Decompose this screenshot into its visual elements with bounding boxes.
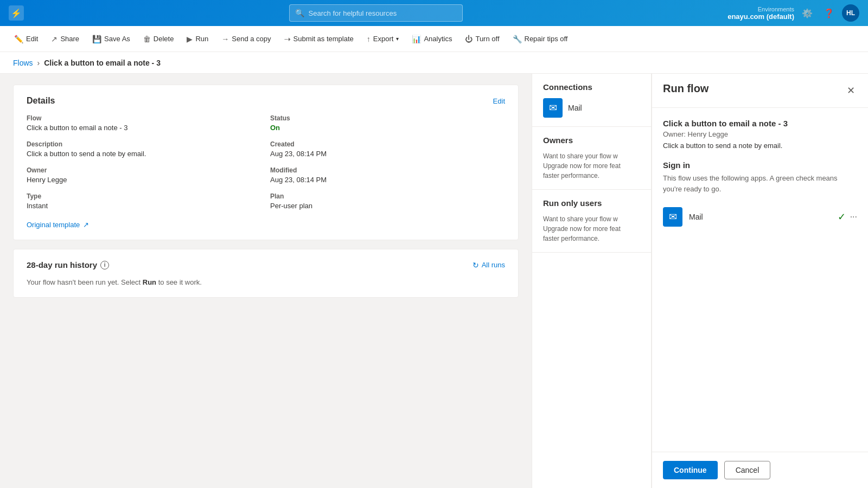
all-runs-button[interactable]: ↻ All runs bbox=[473, 261, 505, 269]
mail-row-icon: ✉ bbox=[663, 207, 682, 227]
side-panels: Connections ✉ Mail Owners Want to share … bbox=[532, 74, 651, 488]
info-icon[interactable]: i bbox=[100, 261, 109, 269]
connections-panel: Connections ✉ Mail bbox=[532, 74, 651, 127]
analytics-icon: 📊 bbox=[412, 35, 421, 43]
app-logo-icon: ⚡ bbox=[9, 5, 24, 21]
run-flow-title: Run flow bbox=[663, 82, 709, 95]
mail-connection: ✉ Mail bbox=[543, 98, 640, 118]
owner-detail: Owner Henry Legge bbox=[27, 166, 261, 184]
repair-tips-button[interactable]: 🔧 Repair tips off bbox=[507, 31, 573, 47]
cancel-button[interactable]: Cancel bbox=[724, 461, 771, 479]
top-right-controls: Environments enayu.com (default) ⚙️ ❓ HL bbox=[727, 4, 859, 22]
mail-conn-name: Mail bbox=[568, 104, 582, 112]
sign-in-title: Sign in bbox=[663, 160, 857, 170]
settings-icon[interactable]: ⚙️ bbox=[799, 4, 816, 22]
avatar[interactable]: HL bbox=[842, 4, 859, 22]
run-history-title: 28-day run history i bbox=[27, 260, 109, 269]
run-only-users-panel: Run only users Want to share your flow w… bbox=[532, 190, 651, 253]
details-grid: Flow Click a button to email a note - 3 … bbox=[27, 114, 505, 210]
help-icon[interactable]: ❓ bbox=[820, 4, 838, 22]
mail-connection-row: ✉ Mail ✓ ··· bbox=[663, 203, 857, 231]
delete-icon: 🗑 bbox=[143, 35, 151, 43]
original-template-link[interactable]: Original template ↗ bbox=[27, 221, 505, 229]
analytics-button[interactable]: 📊 Analytics bbox=[406, 31, 457, 47]
repair-icon: 🔧 bbox=[513, 35, 522, 43]
owners-title: Owners bbox=[543, 136, 640, 145]
card-header: Details Edit bbox=[27, 96, 505, 106]
run-flow-header: Run flow ✕ bbox=[652, 74, 868, 108]
run-history-card: 28-day run history i ↻ All runs Your flo… bbox=[13, 249, 519, 298]
delete-button[interactable]: 🗑 Delete bbox=[138, 31, 180, 47]
modified-detail: Modified Aug 23, 08:14 PM bbox=[270, 166, 505, 184]
created-detail: Created Aug 23, 08:14 PM bbox=[270, 140, 505, 158]
run-flow-panel: Run flow ✕ Click a button to email a not… bbox=[651, 74, 868, 488]
details-title: Details bbox=[27, 96, 55, 106]
run-flow-owner: Owner: Henry Legge bbox=[663, 130, 857, 138]
details-card: Details Edit Flow Click a button to emai… bbox=[13, 85, 519, 240]
turn-off-button[interactable]: ⏻ Turn off bbox=[459, 31, 505, 47]
svg-text:⚡: ⚡ bbox=[11, 8, 22, 18]
search-input[interactable] bbox=[309, 9, 457, 17]
connections-title: Connections bbox=[543, 82, 640, 92]
share-button[interactable]: ↗ Share bbox=[46, 31, 85, 47]
connection-actions: ✓ ··· bbox=[838, 211, 857, 223]
continue-button[interactable]: Continue bbox=[663, 461, 718, 479]
run-history-header: 28-day run history i ↻ All runs bbox=[27, 260, 505, 269]
run-flow-body: Click a button to email a note - 3 Owner… bbox=[652, 108, 868, 452]
description-detail: Description Click a button to send a not… bbox=[27, 140, 261, 158]
environment-info: Environments enayu.com (default) bbox=[727, 6, 794, 21]
sign-in-desc: This flow uses the following apps. A gre… bbox=[663, 173, 857, 194]
save-icon: 💾 bbox=[92, 35, 101, 43]
breadcrumb-flows-link[interactable]: Flows bbox=[13, 59, 33, 67]
power-icon: ⏻ bbox=[465, 35, 473, 43]
flow-detail: Flow Click a button to email a note - 3 bbox=[27, 114, 261, 132]
submit-template-button[interactable]: ⇢ Submit as template bbox=[279, 31, 359, 47]
breadcrumb: Flows › Click a button to email a note -… bbox=[0, 52, 868, 74]
run-button[interactable]: ▶ Run bbox=[181, 31, 214, 47]
template-icon: ⇢ bbox=[284, 35, 291, 43]
breadcrumb-current: Click a button to email a note - 3 bbox=[44, 59, 161, 67]
save-as-button[interactable]: 💾 Save As bbox=[87, 31, 136, 47]
share-icon: ↗ bbox=[51, 35, 58, 43]
search-icon: 🔍 bbox=[295, 9, 304, 17]
export-chevron-icon: ▾ bbox=[396, 36, 399, 42]
run-only-title: Run only users bbox=[543, 198, 640, 208]
status-detail: Status On bbox=[270, 114, 505, 132]
mail-row-name: Mail bbox=[689, 213, 831, 221]
close-panel-button[interactable]: ✕ bbox=[845, 82, 857, 99]
main-layout: Details Edit Flow Click a button to emai… bbox=[0, 74, 868, 488]
edit-link[interactable]: Edit bbox=[493, 97, 505, 105]
run-empty-message: Your flow hasn't been run yet. Select Ru… bbox=[27, 278, 505, 286]
refresh-icon: ↻ bbox=[473, 261, 479, 269]
edit-icon: ✏️ bbox=[14, 35, 23, 43]
check-icon: ✓ bbox=[838, 211, 846, 223]
export-button[interactable]: ↑ Export ▾ bbox=[361, 31, 405, 47]
toolbar: ✏️ Edit ↗ Share 💾 Save As 🗑 Delete ▶ Run… bbox=[0, 26, 868, 52]
external-link-icon: ↗ bbox=[83, 221, 89, 229]
owners-upgrade-text: Want to share your flow w Upgrade now fo… bbox=[543, 151, 640, 181]
run-only-upgrade-text: Want to share your flow w Upgrade now fo… bbox=[543, 214, 640, 243]
run-icon: ▶ bbox=[187, 35, 193, 43]
search-bar[interactable]: 🔍 bbox=[289, 4, 463, 22]
breadcrumb-separator: › bbox=[37, 59, 40, 67]
top-bar: ⚡ 🔍 Environments enayu.com (default) ⚙️ … bbox=[0, 0, 868, 26]
send-copy-button[interactable]: → Send a copy bbox=[216, 31, 276, 47]
more-options-icon[interactable]: ··· bbox=[850, 212, 857, 222]
run-flow-title-group: Run flow bbox=[663, 82, 709, 95]
plan-detail: Plan Per-user plan bbox=[270, 192, 505, 210]
send-icon: → bbox=[221, 35, 229, 43]
content-area: Details Edit Flow Click a button to emai… bbox=[0, 74, 532, 488]
edit-button[interactable]: ✏️ Edit bbox=[9, 31, 43, 47]
owners-panel: Owners Want to share your flow w Upgrade… bbox=[532, 127, 651, 190]
run-flow-flow-name: Click a button to email a note - 3 bbox=[663, 119, 857, 128]
run-flow-footer: Continue Cancel bbox=[652, 452, 868, 488]
type-detail: Type Instant bbox=[27, 192, 261, 210]
run-flow-desc: Click a button to send a note by email. bbox=[663, 142, 857, 150]
export-icon: ↑ bbox=[367, 35, 371, 43]
mail-conn-icon: ✉ bbox=[543, 98, 563, 118]
